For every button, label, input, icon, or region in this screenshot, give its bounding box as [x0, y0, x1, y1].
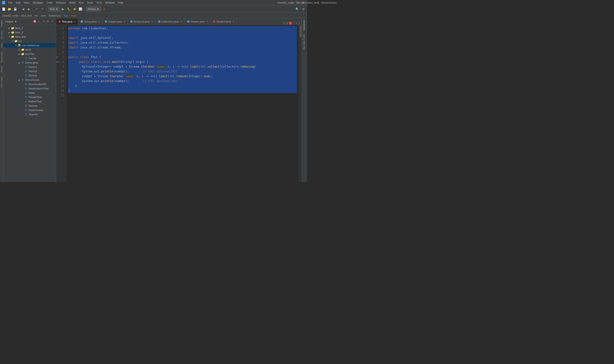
run-button[interactable]: ▶ [60, 6, 66, 12]
tree-item-node[interactable]: ▶ C Node [3, 91, 56, 95]
tab-student-java[interactable]: Student.java ✕ [210, 18, 237, 25]
tab-collectors-java[interactable]: Collectors.java ✕ [156, 18, 185, 25]
tab-close-collectors[interactable]: ✕ [180, 20, 182, 23]
save-button[interactable]: 💾 [13, 6, 18, 12]
bookmarks-tab[interactable]: Bookmarks [0, 50, 3, 64]
tree-arrow-html2[interactable]: ▶ [8, 27, 11, 29]
undo-button[interactable]: ↶ [34, 6, 39, 12]
breadcrumb-project[interactable]: JavaSE_code [2, 14, 18, 17]
collapse-all-button[interactable]: ≡ [37, 20, 41, 24]
tree-item-com-liudashuai[interactable]: ▼ 📦 com.liudashuai [3, 43, 56, 48]
tree-item-season[interactable]: ▶ E Season [3, 104, 56, 108]
sidebar-close-button[interactable]: ✕ [50, 20, 54, 24]
breadcrumb-module[interactable]: idea_test [21, 14, 32, 17]
stop-button[interactable]: ■ [102, 6, 107, 12]
tree-item-demo2[interactable]: ▶ C Demo2 [3, 69, 56, 73]
new-file-button[interactable]: 📄 [1, 6, 6, 12]
tree-arrow-idea-test[interactable]: ▼ [8, 36, 11, 38]
debug-button[interactable]: 🐛 [66, 6, 71, 12]
tree-item-html2[interactable]: ▶ 📁 html_2 [3, 26, 56, 30]
menu-refactor[interactable]: Refactor [55, 1, 68, 5]
breadcrumb-class[interactable]: Test [63, 14, 68, 17]
tree-item-html3[interactable]: ▶ 📁 html_3 [3, 30, 56, 35]
menu-file[interactable]: File [7, 1, 14, 5]
tree-arrow-src[interactable]: ▼ [11, 40, 14, 42]
menu-tools[interactable]: Tools [85, 1, 94, 5]
menu-view[interactable]: View [22, 1, 31, 5]
tab-close-integer[interactable]: ✕ [123, 20, 125, 23]
forward-button[interactable]: ▶ [26, 6, 31, 12]
tree-arrow-demo4[interactable]: ▶ [18, 79, 21, 81]
open-button[interactable]: 📂 [7, 6, 12, 12]
tree-item-demo4[interactable]: ▶ C Demo4.java [3, 78, 56, 82]
tree-item-anno[interactable]: ▶ 📁 anno [3, 48, 56, 52]
redo-button[interactable]: ↷ [40, 6, 45, 12]
jrebel-button[interactable]: JRebel ▼ [86, 6, 101, 12]
tab-close-stream[interactable]: ✕ [206, 20, 208, 23]
tree-item-reflecttest[interactable]: ▶ C ReflectTest [3, 99, 56, 104]
menu-bar[interactable]: File Edit View Navigate Code Refactor Bu… [7, 1, 125, 5]
menu-edit[interactable]: Edit [14, 1, 22, 5]
structure-tab[interactable]: Structure [0, 29, 3, 41]
editor-scrollbar[interactable] [299, 25, 302, 182]
sort-button[interactable]: ⇅ [41, 20, 45, 24]
tree-item-demo3[interactable]: ▶ C Demo3 [3, 73, 56, 78]
code-editor[interactable]: package com.liudashuai; import java.util… [66, 25, 299, 182]
breadcrumb-method[interactable]: main [71, 14, 77, 17]
run-configuration[interactable]: Test ▼ [48, 6, 60, 12]
menu-build[interactable]: Build [68, 1, 77, 5]
tab-stream-java[interactable]: Stream.java ✕ [185, 18, 210, 25]
tree-arrow-testthis[interactable]: ▶ [18, 53, 21, 55]
scrollbar-thumb[interactable] [300, 26, 301, 38]
menu-window[interactable]: Window [104, 1, 116, 5]
tree-item-demo1[interactable]: ▶ C Demo1 [3, 65, 56, 69]
project-tab[interactable]: Project [0, 18, 3, 29]
jrebel-side-tab[interactable]: JRebel [0, 64, 3, 75]
settings-button[interactable]: ⚙ [301, 6, 306, 12]
sidebar-dropdown-arrow[interactable]: ▼ [14, 20, 17, 23]
tab-close-student[interactable]: ✕ [232, 20, 234, 23]
tab-close-arraylist[interactable]: ✕ [151, 20, 153, 23]
expand-icon[interactable]: ∧ [296, 22, 297, 25]
sidebar-settings-button[interactable]: ⚙ [46, 20, 50, 24]
menu-vcs[interactable]: VCS [95, 1, 103, 5]
tree-item-idea-test[interactable]: ▼ 📁 idea_test [3, 35, 56, 39]
tree-arrow-html3[interactable]: ▶ [8, 31, 11, 34]
search-everywhere-button[interactable]: 🔍 [295, 6, 300, 12]
tree-arrow-demo[interactable]: ▶ [18, 61, 21, 64]
database-tab[interactable]: Database [302, 18, 307, 32]
sidebar-actions[interactable]: 🎯 ≡ ⇅ ⚙ ✕ [33, 20, 54, 24]
tree-item-newinstancetest[interactable]: ▶ C NewInstanceTest [3, 86, 56, 91]
tab-string-java[interactable]: C String.java ✕ [78, 18, 102, 25]
tree-item-privatetest[interactable]: ▶ C PrivateTest [3, 95, 56, 99]
tab-arraylist-java[interactable]: ArrayList.java ✕ [128, 18, 156, 25]
tree-item-student[interactable]: ▶ C Student.java [3, 108, 56, 112]
collapse-icon[interactable]: ∨ [298, 22, 300, 25]
run-with-coverage-button[interactable]: ⚡ [72, 6, 77, 12]
breadcrumb-src[interactable]: src [35, 14, 38, 17]
menu-help[interactable]: Help [117, 1, 125, 5]
menu-run[interactable]: Run [77, 1, 85, 5]
tree-item-cache[interactable]: ▶ C Cache [3, 56, 56, 60]
tab-close-test[interactable]: ✕ [74, 20, 76, 23]
breadcrumb-com[interactable]: com [41, 14, 46, 17]
back-button[interactable]: ◀ [20, 6, 26, 12]
tab-close-string[interactable]: ✕ [98, 20, 100, 23]
profile-button[interactable]: 📊 [78, 6, 83, 12]
breadcrumb-liudashuai[interactable]: liudashuai [49, 14, 61, 17]
tab-test-java[interactable]: Test.java ✕ [56, 18, 78, 25]
tree-item-src[interactable]: ▼ 📁 src [3, 39, 56, 43]
tree-item-enumeration01[interactable]: ▶ C Enumeration01 [3, 82, 56, 86]
tab-integer-java[interactable]: Integer.java ✕ [102, 18, 128, 25]
tree-item-testthis[interactable]: ▶ 📁 testThis [3, 52, 56, 56]
tree-item-teacher[interactable]: ▶ C Teacher [3, 112, 56, 117]
aws-toolkit-tab[interactable]: AWS Toolkit [0, 75, 3, 90]
menu-code[interactable]: Code [45, 1, 54, 5]
tree-item-demo[interactable]: ▶ C Demo.java [3, 60, 56, 65]
tree-arrow-anno[interactable]: ▶ [18, 48, 21, 51]
locate-file-button[interactable]: 🎯 [33, 20, 37, 24]
big-data-tools-tab[interactable]: Big Data Tools [302, 32, 307, 52]
tree-arrow-com-liudashuai[interactable]: ▼ [14, 44, 18, 47]
web-tab[interactable]: Web [0, 41, 3, 50]
menu-navigate[interactable]: Navigate [31, 1, 44, 5]
